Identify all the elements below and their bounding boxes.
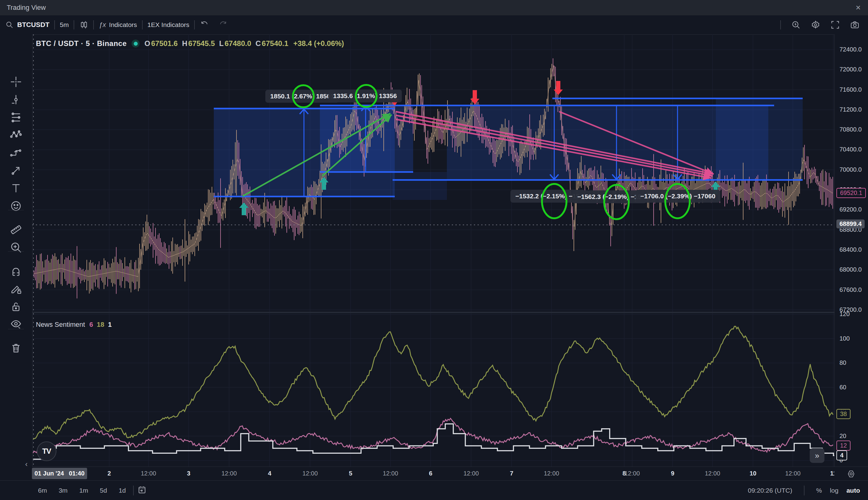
price-chart-canvas[interactable]: 1850.1 (2.67%) 185011335.6 (1.91%) 13356… [32, 34, 834, 467]
measurement-label[interactable]: 1335.6 (1.91%) 13356 [328, 90, 402, 102]
time-tick: 12:00 [141, 470, 156, 477]
indicators-label: Indicators [109, 21, 137, 29]
fib-retracement-icon[interactable] [9, 110, 23, 124]
redo-icon [219, 20, 228, 30]
trading-view-window: Trading View × BTCUSDT 5m ƒx Indicators … [0, 0, 868, 500]
time-tick: 3 [187, 470, 190, 477]
price-tick: 72400.0 [839, 46, 861, 53]
price-tick: 68000.0 [839, 266, 861, 273]
undo-icon [200, 20, 209, 30]
last-price-label: 69520.1 [836, 188, 866, 198]
gear-icon[interactable] [811, 20, 820, 30]
indicator-value: 18 [97, 321, 104, 329]
date-range-buttons: 6m3m1m5d1d [34, 485, 129, 496]
ohlc-value: 67501.6 [151, 39, 178, 48]
window-title: Trading View [7, 4, 46, 12]
indicator-value: 6 [89, 321, 93, 329]
time-tick: 12:00 [383, 470, 398, 477]
measurement-label[interactable]: −1706.0 (−2.39%) −17060 [635, 190, 720, 203]
symbol-label: BTCUSDT [17, 21, 49, 29]
range-button-5d[interactable]: 5d [96, 485, 111, 496]
ex-indicators-button[interactable]: 1EX Indicators [143, 19, 194, 31]
sidebar-divider [8, 329, 24, 329]
xabcd-pattern-icon[interactable] [9, 127, 23, 141]
tradingview-logo[interactable]: TV [37, 441, 56, 461]
indicator-values: 6181 [89, 321, 112, 329]
search-icon [5, 20, 14, 30]
scale-button-auto[interactable]: auto [846, 487, 860, 494]
drawing-toolbar [0, 34, 33, 480]
indicator-tick: 80 [839, 359, 846, 366]
interval-button[interactable]: 5m [55, 19, 74, 31]
emoji-tool-icon[interactable] [9, 199, 23, 213]
ohlc-values: O67501.6H67545.5L67480.0C67540.1 [145, 39, 288, 48]
undo-button[interactable] [195, 19, 214, 31]
chart-drawing-layer [32, 34, 834, 467]
quick-search-icon[interactable] [791, 20, 801, 30]
lock-tool-icon[interactable] [9, 299, 23, 314]
scale-button-%[interactable]: % [816, 487, 822, 494]
time-tick: 7 [510, 470, 513, 477]
ex-indicators-label: 1EX Indicators [148, 21, 190, 29]
interval-label: 5m [60, 21, 69, 29]
text-tool-icon[interactable] [9, 181, 23, 195]
bottom-divider [133, 486, 134, 496]
indicators-button[interactable]: ƒx Indicators [94, 19, 142, 31]
range-button-1d[interactable]: 1d [115, 485, 129, 496]
trash-tool-icon[interactable] [9, 341, 23, 355]
time-tick: 4 [268, 470, 271, 477]
symbol-legend: BTC / USDT · 5 · Binance O67501.6H67545.… [36, 39, 344, 48]
chevron-left-icon[interactable]: ‹ [25, 460, 27, 468]
redo-button[interactable] [214, 19, 233, 31]
range-button-6m[interactable]: 6m [34, 485, 50, 496]
go-to-date-icon[interactable] [137, 485, 147, 496]
price-axis[interactable]: 72400.072000.071600.071200.070800.070400… [834, 34, 868, 467]
arrow-marker-tool-icon[interactable] [9, 163, 23, 178]
chart-type-button[interactable] [74, 19, 93, 31]
time-axis[interactable]: 212:00312:00412:00512:00612:00712:00812:… [32, 467, 834, 481]
time-axis-corner[interactable] [834, 467, 868, 481]
range-button-3m[interactable]: 3m [55, 485, 71, 496]
price-tick: 69200.0 [839, 206, 861, 213]
measurement-label[interactable]: 1850.1 (2.67%) 18501 [265, 90, 339, 103]
toolbar-divider [780, 20, 781, 30]
indicator-value-badge: 4 [836, 450, 847, 461]
indicator-title[interactable]: News Sentiment [36, 321, 85, 329]
time-tick: 5 [349, 470, 352, 477]
indicator-tick: 120 [839, 310, 849, 318]
cross-line-tool-icon[interactable] [9, 93, 23, 107]
scroll-to-recent-button[interactable]: » [810, 448, 824, 463]
time-tick: 6 [429, 470, 432, 477]
time-tick: 12:00 [544, 470, 559, 477]
scale-button-log[interactable]: log [830, 487, 838, 494]
camera-icon[interactable] [850, 20, 859, 30]
time-tick: 12:00 [302, 470, 318, 477]
crosshair-price-label: 68899.4 [836, 219, 865, 228]
range-button-1m[interactable]: 1m [76, 485, 92, 496]
close-icon[interactable]: × [853, 0, 864, 15]
fx-icon: ƒx [99, 21, 106, 29]
magnet-tool-icon[interactable] [9, 264, 23, 279]
legend-symbol[interactable]: BTC / USDT · 5 · Binance [36, 39, 127, 48]
indicator-tick: 60 [839, 384, 846, 391]
drawing-edit-lock-icon[interactable] [9, 282, 23, 296]
bottom-toolbar: 6m3m1m5d1d 09:20:26 (UTC) %logauto [0, 480, 868, 500]
time-tick: 12:00 [463, 470, 479, 477]
bottom-divider [804, 486, 804, 496]
indicator-value-badge: 12 [836, 441, 850, 451]
indicator-value: 1 [108, 321, 112, 329]
zoom-in-tool-icon[interactable] [9, 240, 23, 254]
ohlc-key: C [256, 39, 261, 48]
clock-label[interactable]: 09:20:26 (UTC) [748, 487, 792, 494]
symbol-search-button[interactable]: BTCUSDT [0, 19, 54, 31]
fullscreen-icon[interactable] [831, 20, 840, 30]
status-dot-icon [132, 39, 139, 47]
crosshair-tool-icon[interactable] [9, 75, 23, 89]
time-tick: 12:00 [705, 470, 720, 477]
ohlc-value: 67545.5 [188, 39, 215, 48]
sidebar-divider [8, 251, 24, 252]
indicator-tick: 20 [839, 433, 846, 440]
legend-change: +38.4 (+0.06%) [293, 39, 344, 48]
projection-tool-icon[interactable] [9, 146, 23, 160]
ruler-tool-icon[interactable] [9, 223, 23, 237]
